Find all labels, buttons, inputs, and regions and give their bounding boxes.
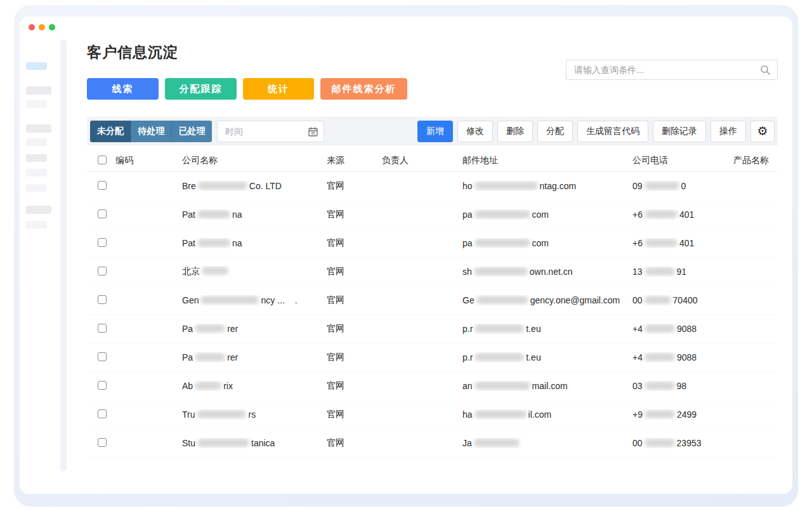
main-content: 客户信息沉淀 线索 分配跟踪 统计 邮件线索分析 未分配 待处理 已处理 (67, 17, 792, 494)
email-text: an (462, 381, 473, 391)
generate-message-code-button[interactable]: 生成留言代码 (577, 121, 648, 142)
cell-source: 官网 (327, 352, 382, 363)
row-checkbox[interactable] (98, 352, 107, 361)
sidebar-item[interactable] (26, 154, 47, 162)
phone-text: 13 (632, 267, 643, 277)
table-row[interactable]: 北京 官网 shown.net.cn 1391 (87, 258, 778, 286)
minimize-window-icon[interactable] (39, 24, 45, 30)
date-input[interactable] (218, 121, 324, 142)
add-button[interactable]: 新增 (417, 121, 453, 142)
calendar-icon[interactable] (308, 127, 318, 136)
sidebar-item[interactable] (26, 124, 51, 133)
table-row[interactable]: Patna 官网 pacom +6401 (87, 229, 778, 258)
row-checkbox[interactable] (98, 409, 107, 418)
row-checkbox[interactable] (98, 381, 107, 390)
window-controls (29, 24, 55, 30)
email-text: il.com (528, 409, 552, 420)
redacted-text (645, 296, 671, 304)
sidebar-item[interactable] (26, 221, 47, 229)
maximize-window-icon[interactable] (49, 24, 55, 30)
table-row[interactable]: Patna 官网 pacom +6401 (87, 201, 778, 229)
edit-button[interactable]: 修改 (457, 121, 493, 142)
sidebar-item[interactable] (26, 169, 47, 176)
email-text: com (532, 209, 549, 220)
table-row[interactable]: Genncy .... 官网 Gegency.one@gmail.com 007… (87, 286, 778, 315)
assign-track-button[interactable]: 分配跟踪 (165, 78, 237, 100)
row-checkbox[interactable] (98, 295, 107, 304)
table-row[interactable]: Stutanica 官网 Ja 0023953 (87, 429, 778, 458)
redacted-text (200, 296, 259, 304)
statistics-button[interactable]: 统计 (243, 78, 314, 100)
redacted-text (197, 210, 230, 218)
phone-text: 9088 (677, 324, 697, 334)
search-icon[interactable] (760, 65, 771, 76)
table-row[interactable]: Parer 官网 p.rt.eu +49088 (87, 315, 778, 343)
sidebar-item[interactable] (26, 86, 51, 95)
table-row[interactable]: Parer 官网 p.rt.eu +49088 (87, 343, 778, 372)
redacted-text (475, 239, 530, 247)
cell-source: 官网 (327, 295, 382, 306)
company-text: rix (223, 381, 233, 391)
cell-phone: 0398 (632, 381, 731, 391)
table-row[interactable]: Trurs 官网 hail.com +92499 (87, 401, 778, 429)
cell-source: 官网 (327, 209, 382, 220)
phone-text: 00 (632, 438, 643, 448)
sidebar-item[interactable] (26, 206, 51, 214)
email-text: ho (462, 181, 473, 191)
row-checkbox[interactable] (98, 267, 107, 275)
cell-email: hail.com (462, 409, 632, 420)
mail-lead-analysis-button[interactable]: 邮件线索分析 (320, 78, 407, 100)
cell-source: 官网 (327, 237, 382, 249)
cell-email: anmail.com (462, 381, 632, 391)
phone-text: +6 (632, 209, 643, 220)
redacted-text (475, 410, 527, 418)
table-row[interactable]: BreCo. LTD 官网 hontag.com 090 (87, 172, 778, 201)
company-text: Bre (182, 181, 196, 191)
assign-button[interactable]: 分配 (537, 121, 573, 142)
sidebar-item[interactable] (26, 100, 47, 108)
company-text: na (232, 238, 242, 248)
delete-button[interactable]: 删除 (497, 121, 533, 142)
col-owner: 负责人 (382, 155, 462, 166)
redacted-text (475, 324, 524, 333)
email-text: p.r (462, 324, 473, 334)
table-row[interactable]: Abrix 官网 anmail.com 0398 (87, 372, 778, 401)
cell-source: 官网 (327, 323, 382, 335)
company-text: 北京 (182, 266, 200, 276)
module-buttons: 线索 分配跟踪 统计 邮件线索分析 (87, 78, 778, 100)
sidebar-item[interactable] (26, 138, 47, 146)
cell-source: 官网 (327, 437, 382, 449)
settings-button[interactable]: ⚙ (750, 121, 775, 142)
select-all-checkbox[interactable] (98, 156, 107, 164)
delete-record-button[interactable]: 删除记录 (653, 121, 706, 142)
operate-button[interactable]: 操作 (710, 121, 746, 142)
row-checkbox[interactable] (98, 438, 107, 447)
redacted-text (197, 239, 230, 247)
sidebar-item-active[interactable] (26, 62, 47, 70)
row-checkbox[interactable] (98, 324, 107, 333)
search-input[interactable] (566, 60, 777, 79)
tab-processed[interactable]: 已处理 (171, 121, 212, 142)
row-checkbox[interactable] (98, 209, 107, 218)
phone-text: 03 (632, 381, 643, 391)
phone-text: +4 (632, 324, 643, 334)
email-text: mail.com (532, 381, 568, 391)
company-text: rer (227, 352, 238, 362)
sidebar-item[interactable] (26, 184, 47, 192)
cell-company: Parer (182, 352, 327, 362)
cell-email: pacom (462, 238, 632, 248)
sidebar (20, 17, 60, 494)
row-checkbox[interactable] (98, 238, 107, 247)
cell-company: Stutanica (182, 438, 327, 448)
tab-pending[interactable]: 待处理 (131, 121, 171, 142)
redacted-text (645, 210, 678, 218)
email-text: t.eu (526, 324, 540, 334)
email-text: ha (462, 409, 473, 420)
company-text: Ab (182, 381, 193, 391)
tab-unassigned[interactable]: 未分配 (90, 121, 131, 142)
close-window-icon[interactable] (29, 24, 35, 30)
leads-button[interactable]: 线索 (87, 78, 159, 100)
cell-company: Genncy .... (182, 295, 327, 305)
cell-company: Patna (182, 209, 327, 220)
row-checkbox[interactable] (98, 181, 107, 190)
